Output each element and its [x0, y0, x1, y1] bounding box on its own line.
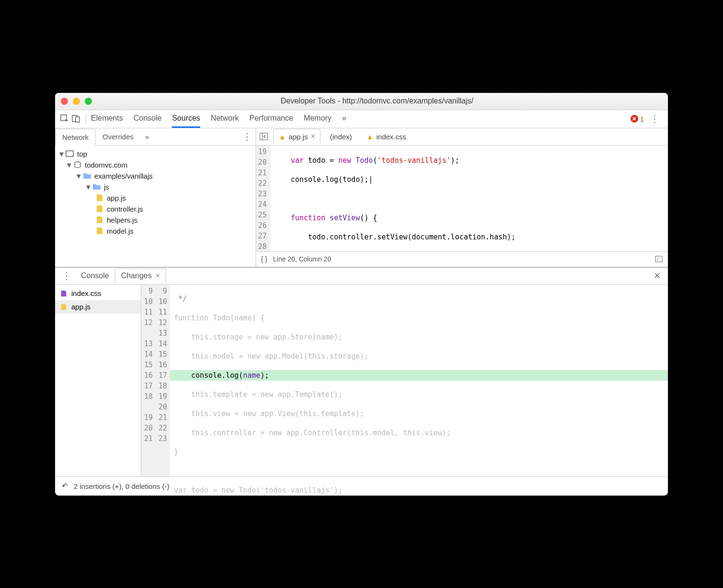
editor-tab-index[interactable]: (index) — [325, 130, 357, 144]
settings-menu-icon[interactable]: ⋮ — [646, 113, 663, 124]
window-controls — [61, 98, 92, 105]
tree-file-app[interactable]: app.js — [57, 192, 254, 204]
navigator-menu-icon[interactable]: ⋮ — [238, 131, 256, 142]
zoom-window-button[interactable] — [85, 98, 92, 105]
close-tab-icon[interactable]: × — [311, 132, 315, 141]
window-title: Developer Tools - http://todomvc.com/exa… — [92, 97, 662, 105]
svg-rect-2 — [76, 117, 79, 122]
tree-folder-js[interactable]: ▼js — [57, 181, 254, 192]
error-count: 1 — [640, 115, 644, 123]
tree-domain[interactable]: ▼todomvc.com — [57, 159, 254, 170]
tabs-overflow-icon[interactable]: » — [342, 110, 346, 128]
close-drawer-icon[interactable]: × — [649, 270, 665, 282]
editor-statusbar: { } Line 20, Column 20 — [256, 251, 668, 267]
navigator-tab-overrides[interactable]: Overrides — [96, 129, 140, 145]
tab-console[interactable]: Console — [134, 110, 162, 128]
drawer: ⋮ Console Changes× × index.css app.js 91… — [55, 267, 668, 496]
editor-panel: ▲app.js× (index) ▲index.css 192021222324… — [256, 128, 668, 267]
editor-tabs: ▲app.js× (index) ▲index.css — [256, 128, 668, 146]
toggle-navigator-icon[interactable] — [259, 132, 269, 141]
editor-tab-indexcss[interactable]: ▲index.css — [362, 130, 411, 144]
inspect-element-icon[interactable] — [60, 114, 69, 124]
panel-tabs: Elements Console Sources Network Perform… — [91, 110, 346, 128]
code-editor[interactable]: 19202122232425262728 var todo = new Todo… — [256, 146, 668, 251]
tab-elements[interactable]: Elements — [91, 110, 123, 128]
warning-icon: ▲ — [366, 133, 373, 141]
coverage-icon[interactable] — [655, 255, 663, 263]
svg-rect-6 — [655, 256, 662, 262]
editor-tab-app[interactable]: ▲app.js× — [273, 129, 320, 144]
tree-folder-examples[interactable]: ▼examples/vanillajs — [57, 170, 254, 181]
revert-icon[interactable]: ↶ — [62, 482, 68, 490]
diff-code: */ function Todo(name) { this.storage = … — [170, 285, 668, 476]
device-toolbar-icon[interactable] — [71, 114, 81, 124]
warning-icon: ▲ — [279, 133, 286, 141]
code-body[interactable]: var todo = new Todo('todos-vanillajs'); … — [271, 146, 519, 251]
changes-panel: index.css app.js 91011121314151617181920… — [55, 285, 668, 476]
error-icon: ✕ — [631, 115, 638, 123]
tab-sources[interactable]: Sources — [172, 110, 200, 128]
changed-file-appjs[interactable]: app.js — [55, 300, 141, 314]
error-badge[interactable]: ✕ 1 — [631, 115, 644, 123]
devtools-window: Developer Tools - http://todomvc.com/exa… — [55, 93, 668, 496]
file-tree: ▼top ▼todomvc.com ▼examples/vanillajs ▼j… — [55, 146, 256, 239]
svg-rect-3 — [66, 151, 73, 157]
tab-memory[interactable]: Memory — [304, 110, 331, 128]
close-tab-icon[interactable]: × — [156, 271, 160, 280]
drawer-menu-icon[interactable]: ⋮ — [58, 270, 75, 282]
diff-gutter-new: 91011121314151617181920212223 — [156, 285, 170, 476]
tree-file-controller[interactable]: controller.js — [57, 204, 254, 215]
main-toolbar: Elements Console Sources Network Perform… — [55, 110, 668, 128]
tree-file-helpers[interactable]: helpers.js — [57, 215, 254, 226]
cursor-position: Line 20, Column 20 — [273, 255, 331, 263]
tree-top[interactable]: ▼top — [57, 148, 254, 159]
drawer-tabs: ⋮ Console Changes× × — [55, 268, 668, 285]
close-window-button[interactable] — [61, 98, 68, 105]
diff-view[interactable]: 9101112131415161718192021 91011121314151… — [141, 285, 668, 476]
pretty-print-icon[interactable]: { } — [261, 255, 267, 263]
navigator-tab-network[interactable]: Network — [55, 129, 96, 146]
sources-panel: Network Overrides » ⋮ ▼top ▼todomvc.com … — [55, 128, 668, 267]
navigator-overflow-icon[interactable]: » — [140, 133, 154, 141]
separator — [86, 113, 86, 124]
navigator-panel: Network Overrides » ⋮ ▼top ▼todomvc.com … — [55, 128, 256, 267]
changed-file-indexcss[interactable]: index.css — [55, 287, 141, 300]
line-gutter: 19202122232425262728 — [256, 146, 271, 251]
minimize-window-button[interactable] — [73, 98, 80, 105]
drawer-tab-changes[interactable]: Changes× — [115, 268, 166, 283]
navigator-tabs: Network Overrides » ⋮ — [55, 128, 256, 146]
tab-network[interactable]: Network — [211, 110, 239, 128]
tree-file-model[interactable]: model.js — [57, 226, 254, 237]
diff-gutter-old: 9101112131415161718192021 — [141, 285, 156, 476]
drawer-tab-console[interactable]: Console — [75, 269, 115, 283]
tab-performance[interactable]: Performance — [249, 110, 294, 128]
titlebar: Developer Tools - http://todomvc.com/exa… — [55, 93, 668, 110]
changes-summary: 2 insertions (+), 0 deletions (-) — [74, 482, 169, 490]
changed-files-list: index.css app.js — [55, 285, 141, 476]
